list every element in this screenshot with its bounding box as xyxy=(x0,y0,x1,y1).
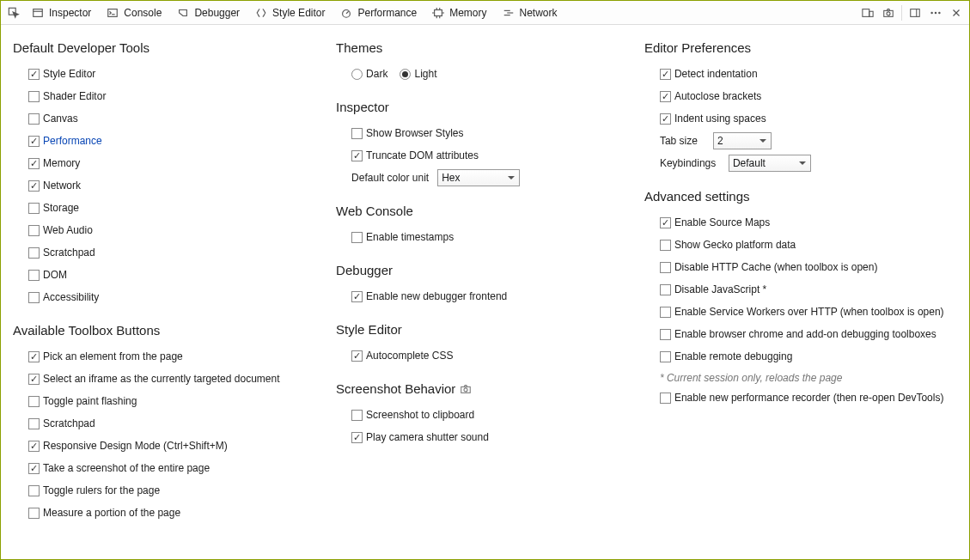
tabsize-label: Tab size xyxy=(660,135,705,147)
toolbox-button-checkbox[interactable] xyxy=(28,374,40,385)
toolbox-button-label: Pick an element from the page xyxy=(43,350,183,362)
tool-checkbox[interactable] xyxy=(28,225,40,236)
editor-opt-label: Autoclose brackets xyxy=(674,90,761,102)
toolbox-button-label: Select an iframe as the currently target… xyxy=(43,373,279,385)
settings-panel: Default Developer Tools Style EditorShad… xyxy=(1,25,969,559)
tool-label: Memory xyxy=(43,157,80,169)
more-icon[interactable] xyxy=(926,3,945,22)
svg-point-14 xyxy=(887,11,890,15)
svg-rect-3 xyxy=(108,9,118,16)
advanced-opt-checkbox[interactable] xyxy=(660,393,671,404)
toolbox-button-checkbox[interactable] xyxy=(28,441,40,452)
tool-label: Web Audio xyxy=(43,224,93,236)
tab-label: Console xyxy=(124,7,162,19)
tab-label: Performance xyxy=(357,7,417,19)
webconsole-opt-checkbox[interactable] xyxy=(351,232,363,243)
tool-label: Style Editor xyxy=(43,68,95,80)
toolbox-button-label: Toggle rulers for the page xyxy=(43,484,160,496)
tab-label: Style Editor xyxy=(272,7,325,19)
tool-checkbox[interactable] xyxy=(28,91,40,102)
advanced-opt-label: Enable new performance recorder (then re… xyxy=(674,392,944,404)
camera-icon xyxy=(460,381,472,396)
heading-default-tools: Default Developer Tools xyxy=(13,40,326,55)
toolbox-button-checkbox[interactable] xyxy=(28,463,40,474)
tool-checkbox[interactable] xyxy=(28,158,40,169)
advanced-opt-checkbox[interactable] xyxy=(660,217,671,228)
theme-dark-radio[interactable] xyxy=(351,69,363,80)
heading-advanced: Advanced settings xyxy=(644,189,957,204)
styleeditor-opt-checkbox[interactable] xyxy=(351,350,363,362)
editor-opt-checkbox[interactable] xyxy=(660,69,671,80)
tool-checkbox[interactable] xyxy=(28,203,40,214)
screenshot-icon[interactable] xyxy=(879,3,898,22)
tool-checkbox[interactable] xyxy=(28,247,40,259)
toolbox-button-label: Toggle paint flashing xyxy=(43,395,137,407)
inspector-opt-checkbox[interactable] xyxy=(351,150,363,161)
heading-debugger: Debugger xyxy=(336,263,634,277)
close-icon[interactable] xyxy=(947,3,966,22)
toolbox-button-checkbox[interactable] xyxy=(28,485,40,496)
responsive-design-icon[interactable] xyxy=(858,3,877,22)
heading-inspector: Inspector xyxy=(336,100,634,114)
tool-checkbox[interactable] xyxy=(28,136,40,147)
keybindings-select[interactable]: Default xyxy=(729,155,811,172)
advanced-opt-checkbox[interactable] xyxy=(660,329,671,340)
tab-performance[interactable]: Performance xyxy=(333,1,424,24)
tool-label: DOM xyxy=(43,269,67,281)
tab-inspector[interactable]: Inspector xyxy=(25,1,98,24)
tool-label: Canvas xyxy=(43,113,78,125)
tool-label: Performance xyxy=(43,135,102,147)
tab-memory[interactable]: Memory xyxy=(425,1,493,24)
tool-checkbox[interactable] xyxy=(28,113,40,125)
heading-style-editor: Style Editor xyxy=(336,322,634,337)
tab-network[interactable]: Network xyxy=(496,1,564,24)
advanced-opt-checkbox[interactable] xyxy=(660,262,671,273)
tool-label: Scratchpad xyxy=(43,247,95,259)
tabsize-select[interactable]: 2 xyxy=(713,132,772,149)
toolbox-button-checkbox[interactable] xyxy=(28,396,40,407)
svg-rect-12 xyxy=(869,11,873,16)
devtools-toolbar: Inspector Console Debugger Style Editor … xyxy=(1,1,969,25)
tool-checkbox[interactable] xyxy=(28,292,40,303)
tool-checkbox[interactable] xyxy=(28,69,40,80)
heading-themes: Themes xyxy=(336,40,634,55)
toolbox-button-label: Scratchpad xyxy=(43,417,95,429)
tab-console[interactable]: Console xyxy=(100,1,168,24)
advanced-opt-checkbox[interactable] xyxy=(660,307,671,318)
advanced-opt-label: Enable Source Maps xyxy=(674,216,770,228)
screenshot-opt-checkbox[interactable] xyxy=(351,410,363,421)
color-unit-label: Default color unit xyxy=(351,172,429,184)
inspector-opt-checkbox[interactable] xyxy=(351,128,363,139)
debugger-opt-checkbox[interactable] xyxy=(351,291,363,302)
tab-label: Network xyxy=(520,7,558,19)
advanced-opt-checkbox[interactable] xyxy=(660,284,671,295)
advanced-opt-label: Enable remote debugging xyxy=(674,350,792,362)
advanced-opt-label: Disable JavaScript * xyxy=(674,283,766,295)
theme-light-label: Light xyxy=(414,68,436,80)
editor-opt-checkbox[interactable] xyxy=(660,113,671,125)
svg-point-18 xyxy=(935,11,936,13)
tab-style-editor[interactable]: Style Editor xyxy=(248,1,332,24)
toolbox-button-checkbox[interactable] xyxy=(28,418,40,429)
svg-point-23 xyxy=(464,388,467,392)
tab-debugger[interactable]: Debugger xyxy=(170,1,247,24)
tool-checkbox[interactable] xyxy=(28,270,40,281)
advanced-opt-checkbox[interactable] xyxy=(660,351,671,362)
pick-element-icon[interactable] xyxy=(4,3,23,22)
screenshot-opt-checkbox[interactable] xyxy=(351,432,363,443)
toolbox-button-checkbox[interactable] xyxy=(28,508,40,519)
tool-label: Shader Editor xyxy=(43,90,106,102)
screenshot-opt-label: Play camera shutter sound xyxy=(366,431,489,443)
color-unit-select[interactable]: Hex xyxy=(437,169,520,186)
dock-side-icon[interactable] xyxy=(906,3,924,22)
advanced-opt-checkbox[interactable] xyxy=(660,240,671,251)
toolbox-button-checkbox[interactable] xyxy=(28,351,40,362)
styleeditor-opt-label: Autocomplete CSS xyxy=(366,350,453,362)
advanced-opt-label: Enable browser chrome and add-on debuggi… xyxy=(674,328,936,340)
tool-label: Network xyxy=(43,180,81,192)
theme-dark-label: Dark xyxy=(366,68,387,80)
tool-checkbox[interactable] xyxy=(28,180,40,192)
screenshot-opt-label: Screenshot to clipboard xyxy=(366,409,474,421)
editor-opt-checkbox[interactable] xyxy=(660,91,671,102)
theme-light-radio[interactable] xyxy=(400,69,411,80)
